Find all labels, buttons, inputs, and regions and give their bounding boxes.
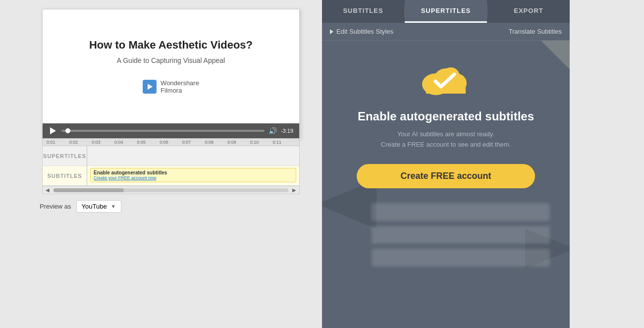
form-field-input-2[interactable] <box>372 226 550 244</box>
ruler-tick: 0:06 <box>160 140 182 145</box>
subtitles-track: SUBTITLES Enable autogenerated subtitles… <box>43 166 299 186</box>
ruler-tick: 0:05 <box>137 140 160 145</box>
scroll-track[interactable] <box>54 188 288 192</box>
ruler-tick: 0:11 <box>272 140 295 145</box>
translate-subtitles-label: Translate Subtitles <box>509 28 562 35</box>
tabs-header: SUBTITLES SUPERTITLES EXPORT <box>322 0 570 23</box>
volume-icon[interactable]: 🔊 <box>268 127 277 135</box>
timeline-container: 0:01 0:02 0:03 0:04 0:05 0:06 0:07 0:08 … <box>42 139 300 194</box>
time-display: -3:19 <box>281 128 293 134</box>
subtitles-content: Enable autogenerated subtitles Create yo… <box>87 166 299 185</box>
scroll-left-arrow[interactable]: ◀ <box>44 187 52 193</box>
enable-title: Enable autogenerated subtitles <box>358 109 534 123</box>
video-container: How to Make Aesthetic Videos? A Guide to… <box>42 9 300 139</box>
tab-subtitles-label: SUBTITLES <box>343 7 383 14</box>
play-icon <box>50 127 56 134</box>
track-item-link[interactable]: Create your FREE account now <box>94 175 293 180</box>
ruler-tick: 0:02 <box>69 140 92 145</box>
subtitles-toolbar: Edit Subtitles Styles Translate Subtitle… <box>322 23 570 41</box>
tab-subtitles[interactable]: SUBTITLES <box>322 0 404 23</box>
main-content: Enable autogenerated subtitles Your AI s… <box>322 41 570 328</box>
preview-label: Preview as <box>40 203 71 210</box>
form-field-row-3 <box>342 249 550 267</box>
create-account-button[interactable]: Create FREE account <box>357 164 535 188</box>
left-panel: How to Make Aesthetic Videos? A Guide to… <box>0 0 322 328</box>
translate-subtitles-button[interactable]: Translate Subtitles <box>509 28 562 35</box>
tab-supertitles-label: SUPERTITLES <box>421 7 471 14</box>
ruler-tick: 0:04 <box>114 140 137 145</box>
video-title: How to Make Aesthetic Videos? <box>89 38 253 53</box>
scroll-thumb[interactable] <box>54 188 124 192</box>
timeline-tracks: SUPERTITLES SUBTITLES Enable autogenerat… <box>43 146 299 186</box>
tab-export-label: EXPORT <box>514 7 543 14</box>
ruler-tick: 0:10 <box>250 140 273 145</box>
cloud-icon-wrapper <box>419 55 473 100</box>
progress-bar[interactable] <box>61 130 265 132</box>
tab-supertitles[interactable]: SUPERTITLES <box>405 0 487 23</box>
supertitles-track: SUPERTITLES <box>43 146 299 166</box>
chevron-right-icon <box>330 29 333 34</box>
ruler-tick: 0:09 <box>227 140 250 145</box>
right-panel: SUBTITLES SUPERTITLES EXPORT Edit Subtit… <box>322 0 570 328</box>
progress-indicator <box>65 128 70 133</box>
supertitles-label: SUPERTITLES <box>43 146 87 165</box>
edit-subtitles-label: Edit Subtitles Styles <box>336 28 393 35</box>
enable-desc-line2: Create a FREE account to see and edit th… <box>381 141 511 148</box>
subtitles-label: SUBTITLES <box>43 166 87 185</box>
enable-desc-line1: Your AI subtitles are almost ready. <box>397 130 494 138</box>
subtitle-track-item[interactable]: Enable autogenerated subtitles Create yo… <box>90 168 296 182</box>
form-field-input-1[interactable] <box>372 203 550 221</box>
play-button[interactable] <box>49 126 57 135</box>
form-field-row-2 <box>342 226 550 244</box>
preview-dropdown[interactable]: YouTube ▼ <box>76 200 121 213</box>
ruler-tick: 0:03 <box>92 140 114 145</box>
video-logo: WondershareFilmora <box>143 79 199 95</box>
form-section <box>342 203 550 272</box>
video-controls: 🔊 -3:19 <box>43 123 299 138</box>
scroll-right-arrow[interactable]: ▶ <box>290 187 298 193</box>
logo-text: WondershareFilmora <box>161 79 199 95</box>
video-subtitle-text: A Guide to Capturing Visual Appeal <box>117 56 225 64</box>
ruler-tick: 0:08 <box>205 140 227 145</box>
enable-desc: Your AI subtitles are almost ready. Crea… <box>381 129 511 150</box>
tab-export[interactable]: EXPORT <box>487 0 570 23</box>
preview-dropdown-value: YouTube <box>82 203 107 210</box>
timeline-ruler: 0:01 0:02 0:03 0:04 0:05 0:06 0:07 0:08 … <box>43 139 299 146</box>
ruler-tick: 0:07 <box>182 140 205 145</box>
form-field-row-1 <box>342 203 550 221</box>
cloud-check-icon <box>419 55 473 98</box>
form-field-input-3[interactable] <box>372 249 550 267</box>
edit-subtitles-button[interactable]: Edit Subtitles Styles <box>330 28 393 35</box>
track-item-title: Enable autogenerated subtitles <box>94 170 293 175</box>
video-content: How to Make Aesthetic Videos? A Guide to… <box>43 9 299 123</box>
chevron-down-icon: ▼ <box>111 204 116 209</box>
filmora-logo-icon <box>143 80 157 94</box>
supertitles-content <box>87 146 299 165</box>
preview-section: Preview as YouTube ▼ <box>40 200 121 213</box>
ruler-tick: 0:01 <box>47 140 69 145</box>
timeline-scrollbar[interactable]: ◀ ▶ <box>43 186 299 194</box>
